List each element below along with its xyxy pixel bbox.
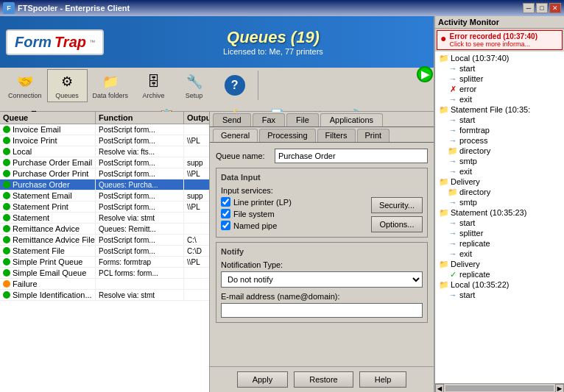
status-indicator: [3, 214, 10, 221]
named-pipe-checkbox[interactable]: [221, 221, 230, 230]
nav-arrow-button[interactable]: ▶: [417, 66, 433, 82]
table-row[interactable]: Invoice Email PostScript form...: [0, 124, 209, 135]
list-item[interactable]: 📁Statement File (10:35:: [437, 104, 563, 115]
table-row[interactable]: Invoice Print PostScript form... \\PL: [0, 135, 209, 146]
list-item[interactable]: ✗error: [437, 84, 563, 94]
queue-name-input[interactable]: [275, 149, 428, 163]
queues-nav-btn[interactable]: ⚙ Queues: [47, 69, 88, 102]
table-row[interactable]: Purchase Order Email PostScript form... …: [0, 157, 209, 168]
bottom-buttons: Apply Restore Help: [210, 366, 434, 392]
table-row[interactable]: Failure: [0, 279, 209, 290]
table-row[interactable]: Statement Resolve via: stmt: [0, 213, 209, 224]
list-item[interactable]: →start: [437, 115, 563, 125]
table-row[interactable]: Purchase Order Print PostScript form... …: [0, 168, 209, 179]
output-cell: \\PL: [184, 202, 210, 212]
list-item[interactable]: →splitter: [437, 74, 563, 84]
notification-type-label: Notification Type:: [221, 260, 423, 269]
table-row[interactable]: Purchase Order Queues: Purcha...: [0, 179, 209, 190]
email-address-input[interactable]: [221, 303, 423, 318]
tab-applications[interactable]: Applications: [320, 113, 383, 126]
list-item[interactable]: 📁Delivery: [437, 259, 563, 269]
input-services-row: Line printer (LP) File system Named pipe: [221, 197, 423, 232]
list-item[interactable]: →process: [437, 135, 563, 146]
table-row[interactable]: Simple Email Queue PCL forms: form...: [0, 268, 209, 279]
connection-nav-btn[interactable]: 🤝 Connection: [3, 69, 47, 102]
table-row[interactable]: Statement File PostScript form... C:\D: [0, 246, 209, 257]
tree-item-label: start: [459, 64, 475, 73]
tab-file[interactable]: File: [286, 113, 319, 126]
table-row[interactable]: Statement Email PostScript form... supp: [0, 190, 209, 202]
arrow-icon: →: [448, 157, 457, 165]
subtab-filters[interactable]: Filters: [317, 129, 356, 142]
list-item[interactable]: →formtrap: [437, 125, 563, 135]
queue-name-cell: Invoice Email: [0, 124, 96, 135]
archive-label: Archive: [143, 92, 165, 100]
queue-name-cell: Statement Email: [0, 190, 96, 201]
line-printer-checkbox[interactable]: [221, 197, 230, 207]
help-config-button[interactable]: Help: [359, 371, 407, 388]
table-row[interactable]: Remittance Advice File PostScript form..…: [0, 235, 209, 246]
list-item[interactable]: 📁Statement (10:35:23): [437, 207, 563, 218]
list-item[interactable]: →exit: [437, 166, 563, 177]
tab-send[interactable]: Send: [213, 113, 251, 126]
subtab-processing[interactable]: Processing: [259, 129, 315, 142]
tree-item-label: formtrap: [459, 126, 490, 135]
list-item[interactable]: →smtp: [437, 156, 563, 166]
security-button[interactable]: Security...: [371, 197, 423, 213]
table-row[interactable]: Simple Identification... Resolve via: st…: [0, 290, 209, 301]
minimize-button[interactable]: ─: [523, 3, 535, 13]
data-input-title: Data Input: [221, 173, 423, 182]
queue-col-header: Queue: [0, 112, 96, 124]
list-item[interactable]: →start: [437, 290, 563, 300]
scroll-left-btn[interactable]: ◄: [435, 384, 444, 393]
table-row[interactable]: Remittance Advice Queues: Remitt...: [0, 224, 209, 235]
subtab-general[interactable]: General: [213, 129, 258, 142]
activity-monitor-header: Activity Monitor: [435, 16, 564, 29]
help-btn[interactable]: ?: [214, 73, 255, 98]
apply-button[interactable]: Apply: [237, 371, 289, 388]
list-item[interactable]: →start: [437, 63, 563, 74]
tab-fax[interactable]: Fax: [253, 113, 285, 126]
function-cell: Queues: Purcha...: [96, 179, 184, 190]
list-item[interactable]: →exit: [437, 249, 563, 259]
subtab-print[interactable]: Print: [357, 129, 390, 142]
queue-name-cell: Statement File: [0, 246, 96, 256]
options-button[interactable]: Options...: [371, 216, 423, 232]
queue-name-row: Queue name:: [216, 149, 428, 163]
list-item[interactable]: →smtp: [437, 197, 563, 207]
list-item[interactable]: 📁directory: [437, 146, 563, 156]
list-item[interactable]: 📁Local (10:35:22): [437, 279, 563, 290]
function-cell: PostScript form...: [96, 157, 184, 168]
notification-type-select[interactable]: Do not notify Email SMS: [221, 271, 423, 288]
tree-item-label: start: [459, 115, 475, 124]
list-item[interactable]: →start: [437, 218, 563, 228]
archive-btn[interactable]: 🗄 Archive: [133, 69, 174, 102]
arrow-icon: →: [448, 229, 457, 238]
table-row[interactable]: Simple Print Queue Forms: formtrap \\PL: [0, 257, 209, 268]
scroll-right-btn[interactable]: ►: [555, 384, 564, 393]
queue-name-value: Invoice Email: [13, 125, 60, 134]
maximize-button[interactable]: □: [536, 3, 548, 13]
activity-error-box[interactable]: ● Error recorded (10:37:40) Click to see…: [437, 30, 563, 50]
list-item[interactable]: ✓replicate: [437, 269, 563, 279]
list-item[interactable]: 📁Delivery: [437, 177, 563, 187]
restore-button[interactable]: Restore: [294, 371, 353, 388]
file-system-checkbox[interactable]: [221, 209, 230, 218]
status-indicator: [3, 148, 10, 155]
list-item[interactable]: →exit: [437, 94, 563, 104]
list-item[interactable]: 📁Local (10:37:40): [437, 53, 563, 63]
setup-btn[interactable]: 🔧 Setup: [174, 69, 214, 102]
folder-icon: 📁: [440, 260, 448, 268]
close-button[interactable]: ✕: [549, 3, 561, 13]
data-folders-btn[interactable]: 📁 Data folders: [88, 69, 134, 102]
table-row[interactable]: Local Resolve via: fts...: [0, 146, 209, 157]
file-system-label: File system: [233, 210, 275, 218]
tree-item-label: replicate: [459, 270, 490, 279]
list-item[interactable]: →replicate: [437, 238, 563, 249]
list-item[interactable]: 📁directory: [437, 187, 563, 197]
table-row[interactable]: Statement Print PostScript form... \\PL: [0, 202, 209, 213]
data-input-section: Data Input Input services: Line printer …: [216, 168, 428, 238]
arrow-icon: →: [448, 198, 457, 207]
queue-name-cell: Purchase Order Email: [0, 157, 96, 168]
list-item[interactable]: →splitter: [437, 228, 563, 238]
